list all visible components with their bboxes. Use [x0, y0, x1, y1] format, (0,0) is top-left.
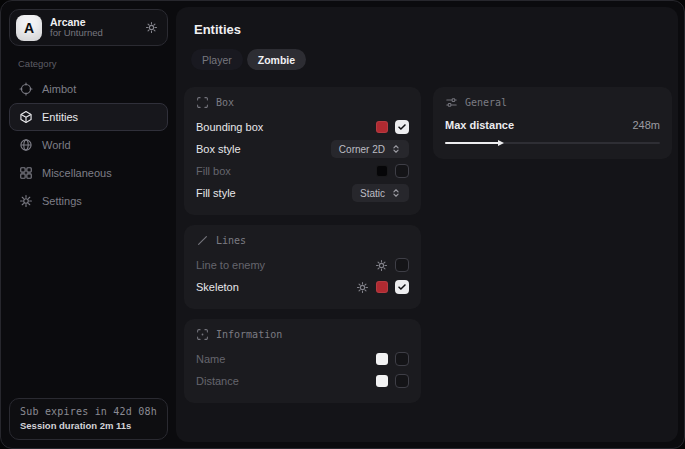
sub-expires-text: Sub expires in 42d 08h: [20, 406, 157, 417]
setting-row-bounding-box: Bounding box: [196, 116, 409, 138]
main-panel: Entities Player Zombie Box: [176, 7, 678, 442]
lines-card: Lines Line to enemy: [184, 225, 421, 309]
tab-player[interactable]: Player: [191, 49, 243, 70]
row-label: Fill style: [196, 187, 236, 199]
left-column: Box Bounding box Box style: [184, 87, 421, 403]
sidebar-item-settings[interactable]: Settings: [9, 187, 168, 215]
box-card-header: Box: [196, 96, 409, 109]
fill-style-select[interactable]: Static: [352, 184, 409, 202]
box-card: Box Bounding box Box style: [184, 87, 421, 215]
information-card: Information Name Distance: [184, 319, 421, 403]
setting-row-skeleton: Skeleton: [196, 276, 409, 298]
slider-fill: [445, 142, 499, 144]
general-card-header: General: [445, 96, 660, 109]
tab-bar: Player Zombie: [191, 49, 678, 70]
card-title: Information: [216, 329, 282, 340]
sidebar-item-label: Entities: [42, 111, 78, 123]
subscription-card: Sub expires in 42d 08h Session duration …: [9, 398, 168, 440]
scan-corners-icon: [196, 96, 209, 109]
color-swatch[interactable]: [376, 165, 388, 177]
row-label: Bounding box: [196, 121, 263, 133]
sidebar-item-miscellaneous[interactable]: Miscellaneous: [9, 159, 168, 187]
checkbox-checked[interactable]: [395, 280, 409, 294]
row-label: Box style: [196, 143, 241, 155]
row-label: Max distance: [445, 119, 514, 131]
brand-card: A Arcane for Unturned: [9, 9, 168, 46]
select-value: Corner 2D: [339, 144, 385, 155]
diagonal-line-icon: [196, 234, 209, 247]
color-swatch[interactable]: [376, 281, 388, 293]
setting-row-fill-box: Fill box: [196, 160, 409, 182]
row-label: Skeleton: [196, 281, 239, 293]
sidebar-item-label: Aimbot: [42, 83, 76, 95]
chevrons-up-down-icon: [391, 188, 401, 198]
sidebar-item-world[interactable]: World: [9, 131, 168, 159]
checkbox-unchecked[interactable]: [395, 352, 409, 366]
gear-icon[interactable]: [356, 281, 369, 294]
app-logo: A: [16, 15, 42, 41]
tab-zombie[interactable]: Zombie: [247, 49, 306, 70]
slider-value: 248m: [632, 119, 660, 131]
checkbox-checked[interactable]: [395, 120, 409, 134]
cube-icon: [19, 110, 33, 124]
gear-icon[interactable]: [375, 259, 388, 272]
row-label: Line to enemy: [196, 259, 265, 271]
checkbox-unchecked[interactable]: [395, 374, 409, 388]
card-title: Box: [216, 97, 234, 108]
page-title: Entities: [194, 22, 678, 37]
grid-icon: [19, 166, 33, 180]
app-window: A Arcane for Unturned Category: [0, 0, 685, 449]
color-swatch[interactable]: [376, 375, 388, 387]
max-distance-slider[interactable]: [445, 138, 660, 148]
brand-text: Arcane for Unturned: [50, 16, 103, 39]
checkbox-unchecked[interactable]: [395, 258, 409, 272]
crosshair-icon: [19, 82, 33, 96]
select-value: Static: [360, 188, 385, 199]
card-title: Lines: [216, 235, 246, 246]
lines-card-header: Lines: [196, 234, 409, 247]
category-label: Category: [18, 58, 176, 69]
card-title: General: [465, 97, 507, 108]
checkbox-unchecked[interactable]: [395, 164, 409, 178]
setting-row-distance: Distance: [196, 370, 409, 392]
right-column: General Max distance 248m: [433, 87, 672, 159]
sidebar-nav: Aimbot Entities: [1, 75, 176, 215]
row-label: Distance: [196, 375, 239, 387]
sidebar-item-entities[interactable]: Entities: [9, 103, 168, 131]
app-subtitle: for Unturned: [50, 28, 103, 39]
slider-thumb[interactable]: [498, 140, 504, 146]
box-style-select[interactable]: Corner 2D: [331, 140, 409, 158]
color-swatch[interactable]: [376, 121, 388, 133]
general-card: General Max distance 248m: [433, 87, 672, 159]
sliders-icon: [445, 96, 458, 109]
globe-icon: [19, 138, 33, 152]
session-duration-text: Session duration 2m 11s: [20, 420, 157, 431]
scan-dot-icon: [196, 328, 209, 341]
setting-row-line-to-enemy: Line to enemy: [196, 254, 409, 276]
sidebar-item-label: Settings: [42, 195, 82, 207]
sidebar: A Arcane for Unturned Category: [1, 1, 176, 448]
row-label: Name: [196, 353, 225, 365]
setting-row-box-style: Box style Corner 2D: [196, 138, 409, 160]
color-swatch[interactable]: [376, 353, 388, 365]
gear-icon: [19, 194, 33, 208]
sidebar-item-aimbot[interactable]: Aimbot: [9, 75, 168, 103]
gear-icon[interactable]: [145, 21, 158, 34]
information-card-header: Information: [196, 328, 409, 341]
sidebar-item-label: Miscellaneous: [42, 167, 112, 179]
chevrons-up-down-icon: [391, 144, 401, 154]
setting-row-name: Name: [196, 348, 409, 370]
setting-row-max-distance: Max distance 248m: [445, 116, 660, 134]
setting-row-fill-style: Fill style Static: [196, 182, 409, 204]
sidebar-item-label: World: [42, 139, 71, 151]
row-label: Fill box: [196, 165, 231, 177]
cards-area: Box Bounding box Box style: [184, 87, 672, 403]
